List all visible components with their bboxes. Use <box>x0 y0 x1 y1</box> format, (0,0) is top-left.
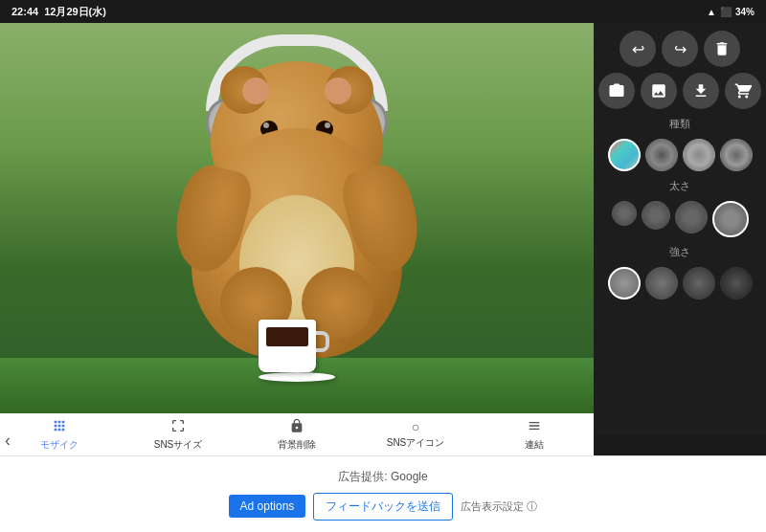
download-button[interactable] <box>683 73 719 109</box>
size-options-grid <box>608 201 753 237</box>
cup-liquid <box>266 327 308 346</box>
bear-ear-left <box>220 66 268 114</box>
sns-icon-icon: ○ <box>412 419 419 434</box>
back-button[interactable]: ‹ <box>5 431 11 451</box>
delete-button[interactable] <box>704 31 740 67</box>
type-option-3[interactable] <box>683 139 715 171</box>
type-option-2[interactable] <box>645 139 678 171</box>
bear-ear-inner-right <box>325 78 351 104</box>
status-left: 22:44 12月29日(水) <box>11 5 106 19</box>
size-section-label: 太さ <box>669 179 690 193</box>
type-option-1[interactable] <box>608 139 641 171</box>
teddy-scene <box>0 23 594 434</box>
main-image-area <box>0 23 594 434</box>
strength-option-4[interactable] <box>720 267 753 299</box>
type-options-grid <box>604 139 756 171</box>
wifi-icon: ▲ <box>707 7 716 17</box>
gallery-button[interactable] <box>641 73 677 109</box>
status-time: 22:44 <box>11 6 38 17</box>
size-option-medium[interactable] <box>642 201 670 230</box>
ad-banner: ‹ 広告提供: Google Ad options フィードバックを送信 広告表… <box>0 455 766 532</box>
type-section-label: 種類 <box>669 117 690 131</box>
mosaic-label: モザイク <box>40 438 79 452</box>
battery-icon: ⬛ <box>720 7 732 17</box>
connect-label: 連結 <box>525 438 544 452</box>
sns-size-label: SNSサイズ <box>154 438 203 452</box>
cup-handle <box>316 331 329 352</box>
bg-remove-label: 背景削除 <box>278 438 316 452</box>
bear-ear-right <box>326 66 373 114</box>
type-option-4[interactable] <box>720 139 753 171</box>
action-toolbar-row2 <box>598 73 761 109</box>
ad-buttons-row: Ad options フィードバックを送信 広告表示設定 ⓘ <box>229 493 538 521</box>
sns-size-icon <box>170 418 186 436</box>
bg-remove-icon <box>289 418 304 436</box>
camera-button[interactable] <box>598 73 635 109</box>
ad-options-button[interactable]: Ad options <box>229 495 306 518</box>
strength-option-1[interactable] <box>608 267 641 299</box>
status-right: ▲ ⬛ 34% <box>707 7 755 17</box>
cup-saucer <box>259 372 335 382</box>
right-panel: ↩ ↪ 種類 <box>594 23 766 434</box>
action-toolbar-row1: ↩ ↪ <box>620 31 740 67</box>
size-option-large[interactable] <box>675 201 708 233</box>
strength-options-grid <box>604 267 756 299</box>
connect-icon <box>527 418 542 436</box>
strength-option-3[interactable] <box>683 267 715 299</box>
eye-shine-left <box>263 122 269 128</box>
tool-mosaic[interactable]: モザイク <box>0 413 119 455</box>
mosaic-icon <box>52 418 67 436</box>
tool-sns-size[interactable]: SNSサイズ <box>119 413 237 455</box>
status-bar: 22:44 12月29日(水) ▲ ⬛ 34% <box>0 0 766 23</box>
undo-button[interactable]: ↩ <box>620 31 656 67</box>
back-arrow-icon: ‹ <box>5 431 11 450</box>
size-option-xlarge[interactable] <box>712 201 749 237</box>
size-option-small[interactable] <box>612 201 637 226</box>
tool-bg-remove[interactable]: 背景削除 <box>237 413 356 455</box>
coffee-cup <box>259 320 316 372</box>
strength-option-2[interactable] <box>645 267 678 299</box>
ad-settings-text[interactable]: 広告表示設定 ⓘ <box>461 499 537 514</box>
status-day: 12月29日(水) <box>44 5 106 19</box>
tool-sns-icon[interactable]: ○ SNSアイコン <box>356 413 475 455</box>
strength-section-label: 強さ <box>669 245 690 259</box>
cart-button[interactable] <box>725 73 761 109</box>
redo-button[interactable]: ↪ <box>662 31 698 67</box>
battery-percent: 34% <box>735 7 755 17</box>
tool-connect[interactable]: 連結 <box>475 413 594 455</box>
sns-icon-label: SNSアイコン <box>387 436 445 450</box>
bottom-toolbar: モザイク SNSサイズ 背景削除 ○ SNSアイコン 連結 <box>0 413 594 455</box>
cup-container <box>259 320 335 382</box>
eye-shine-right <box>325 122 330 128</box>
ad-provider-text: 広告提供: Google <box>338 469 427 485</box>
ad-feedback-button[interactable]: フィードバックを送信 <box>313 493 453 521</box>
bear-ear-inner-left <box>242 78 269 104</box>
